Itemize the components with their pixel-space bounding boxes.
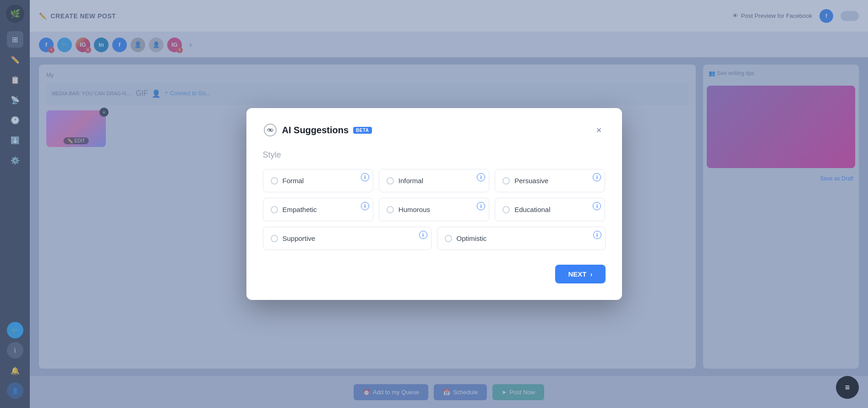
modal-header: AI Suggestions BETA ×: [263, 123, 606, 137]
style-label-optimistic: Optimistic: [457, 234, 487, 242]
radio-informal[interactable]: [387, 177, 394, 185]
svg-point-1: [269, 129, 271, 131]
info-icon-empathetic[interactable]: i: [361, 202, 369, 210]
next-arrow-icon: ›: [590, 270, 593, 278]
info-icon-formal[interactable]: i: [361, 173, 369, 181]
style-option-optimistic[interactable]: Optimistic i: [437, 227, 606, 250]
style-label-humorous: Humorous: [399, 206, 430, 213]
radio-educational[interactable]: [502, 206, 510, 213]
beta-badge: BETA: [353, 127, 371, 134]
ai-logo-icon: [263, 123, 278, 137]
style-grid-bottom: Supportive i Optimistic i: [263, 227, 606, 250]
info-icon-educational[interactable]: i: [593, 202, 601, 210]
style-label-informal: Informal: [399, 177, 423, 185]
radio-optimistic[interactable]: [445, 235, 452, 242]
style-option-formal[interactable]: Formal i: [263, 169, 373, 192]
style-option-humorous[interactable]: Humorous i: [379, 198, 489, 221]
style-option-educational[interactable]: Educational i: [495, 198, 605, 221]
modal-overlay: AI Suggestions BETA × Style Formal i Inf…: [0, 0, 868, 408]
modal-close-button[interactable]: ×: [593, 124, 606, 136]
info-icon-optimistic[interactable]: i: [593, 231, 601, 239]
style-label-persuasive: Persuasive: [514, 177, 548, 185]
chat-bubble-button[interactable]: ≡: [836, 376, 859, 399]
style-grid-top: Formal i Informal i Persuasive i: [263, 169, 606, 192]
info-icon-informal[interactable]: i: [477, 173, 485, 181]
style-section-title: Style: [263, 150, 606, 160]
style-label-educational: Educational: [514, 206, 550, 213]
modal-title: AI Suggestions: [282, 125, 349, 136]
modal-title-area: AI Suggestions BETA: [263, 123, 372, 137]
style-option-persuasive[interactable]: Persuasive i: [495, 169, 605, 192]
style-option-empathetic[interactable]: Empathetic i: [263, 198, 373, 221]
next-button[interactable]: NEXT ›: [555, 265, 605, 283]
modal-footer: NEXT ›: [263, 265, 606, 283]
radio-supportive[interactable]: [271, 235, 278, 242]
info-icon-humorous[interactable]: i: [477, 202, 485, 210]
style-label-formal: Formal: [283, 177, 304, 185]
info-icon-supportive[interactable]: i: [419, 231, 427, 239]
ai-suggestions-modal: AI Suggestions BETA × Style Formal i Inf…: [246, 108, 622, 300]
style-grid-middle: Empathetic i Humorous i Educational i: [263, 198, 606, 221]
next-label: NEXT: [568, 270, 586, 278]
info-icon-persuasive[interactable]: i: [593, 173, 601, 181]
radio-humorous[interactable]: [387, 206, 394, 213]
style-option-informal[interactable]: Informal i: [379, 169, 489, 192]
style-label-supportive: Supportive: [283, 234, 316, 242]
style-option-supportive[interactable]: Supportive i: [263, 227, 431, 250]
radio-persuasive[interactable]: [502, 177, 510, 185]
style-label-empathetic: Empathetic: [283, 206, 317, 213]
radio-empathetic[interactable]: [271, 206, 278, 213]
radio-formal[interactable]: [271, 177, 278, 185]
